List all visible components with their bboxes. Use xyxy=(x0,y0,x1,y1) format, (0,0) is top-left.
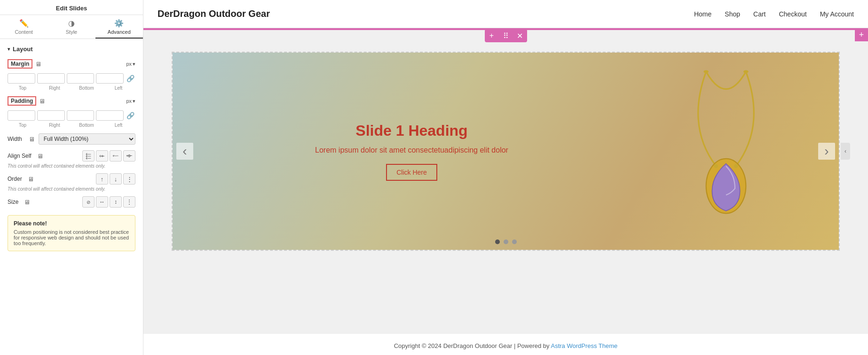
size-row: Size 🖥 ⊘ ↔ ↕ ⋮ xyxy=(8,196,135,208)
padding-field-row: Padding 🖥 px ▾ xyxy=(8,96,135,106)
slide-next-arrow[interactable]: › xyxy=(818,143,835,160)
padding-right-label: Right xyxy=(39,123,70,128)
padding-left-input[interactable]: 136 xyxy=(96,110,124,121)
width-select[interactable]: Full Width (100%) Auto Custom xyxy=(39,133,135,145)
order-row: Order 🖥 ↑ ↓ ⋮ xyxy=(8,173,135,185)
footer: Copyright © 2024 DerDragon Outdoor Gear … xyxy=(143,334,868,355)
tab-style[interactable]: ◑ Style xyxy=(47,15,95,39)
toolbar-close-btn[interactable]: ✕ xyxy=(513,29,527,42)
align-self-row: Align Self 🖥 ⬱ ⬰ ⬳ ⬲ xyxy=(8,150,135,162)
add-column-button[interactable]: + xyxy=(855,28,868,41)
margin-label[interactable]: Margin xyxy=(8,59,32,69)
tab-advanced-label: Advanced xyxy=(108,29,131,35)
margin-device-icon[interactable]: 🖥 xyxy=(35,61,41,68)
padding-right-input[interactable]: 136 xyxy=(37,110,65,121)
padding-top-input[interactable]: 136 xyxy=(8,110,35,121)
tab-advanced[interactable]: ⚙️ Advanced xyxy=(95,15,143,39)
order-more-btn[interactable]: ⋮ xyxy=(123,173,135,185)
size-device-icon[interactable]: 🖥 xyxy=(24,199,30,206)
padding-unit-text: px xyxy=(126,98,132,104)
slide-dot-1[interactable] xyxy=(495,239,500,244)
margin-bottom-label: Bottom xyxy=(71,85,102,91)
slide-cta-button[interactable]: Click Here xyxy=(386,164,437,181)
tab-style-label: Style xyxy=(66,29,77,35)
note-title: Please note! xyxy=(14,220,129,227)
left-panel: Edit Slides ✏️ Content ◑ Style ⚙️ Advanc… xyxy=(0,0,143,355)
nav-checkout[interactable]: Checkout xyxy=(779,10,806,18)
slide-dot-3[interactable] xyxy=(512,239,517,244)
layout-arrow: ▾ xyxy=(8,46,10,52)
size-label: Size xyxy=(8,199,18,205)
width-row: Width 🖥 Full Width (100%) Auto Custom xyxy=(8,133,135,145)
footer-link[interactable]: Astra WordPress Theme xyxy=(551,342,617,349)
style-icon: ◑ xyxy=(68,19,75,28)
svg-point-0 xyxy=(703,70,709,73)
margin-inputs: 4 4 4 4 🔗 xyxy=(8,73,135,84)
size-more-btn[interactable]: ⋮ xyxy=(123,196,135,208)
slide-dots xyxy=(495,239,517,244)
margin-unit[interactable]: px ▾ xyxy=(126,61,135,67)
note-box: Please note! Custom positioning is not c… xyxy=(8,215,135,251)
element-toolbar: + ⠿ ✕ xyxy=(485,29,527,42)
order-up-btn[interactable]: ↑ xyxy=(96,173,108,185)
padding-sub-labels: Top Right Bottom Left xyxy=(8,123,135,128)
align-self-center-btn[interactable]: ⬰ xyxy=(96,150,108,162)
align-self-left-btn[interactable]: ⬱ xyxy=(82,150,95,162)
slide-container: Slide 1 Heading Lorem ipsum dolor sit am… xyxy=(172,52,840,251)
margin-top-input[interactable]: 4 xyxy=(8,73,35,84)
panel-body: ▾ Layout Margin 🖥 px ▾ 4 4 4 4 🔗 Top Rig… xyxy=(0,39,143,355)
order-device-icon[interactable]: 🖥 xyxy=(28,176,34,183)
layout-label: Layout xyxy=(13,46,33,53)
padding-top-label: Top xyxy=(8,123,38,128)
align-self-label: Align Self xyxy=(8,153,32,159)
padding-bottom-input[interactable]: 136 xyxy=(67,110,95,121)
margin-link-icon[interactable]: 🔗 xyxy=(126,75,135,82)
size-width-btn[interactable]: ↔ xyxy=(96,196,108,208)
toolbar-add-btn[interactable]: + xyxy=(485,29,499,42)
margin-top-label: Top xyxy=(8,85,38,91)
svg-point-1 xyxy=(743,70,749,73)
margin-right-input[interactable]: 4 xyxy=(37,73,65,84)
margin-left-input[interactable]: 4 xyxy=(96,73,124,84)
tab-content[interactable]: ✏️ Content xyxy=(0,15,47,39)
slide-dot-2[interactable] xyxy=(504,239,508,244)
order-buttons: ↑ ↓ ⋮ xyxy=(96,173,135,185)
align-self-note: This control will affect contained eleme… xyxy=(8,163,135,169)
layout-section-title: ▾ Layout xyxy=(8,46,135,53)
padding-device-icon[interactable]: 🖥 xyxy=(39,98,45,105)
nav-links: Home Shop Cart Checkout My Account xyxy=(694,10,854,18)
collapse-handle[interactable]: ‹ xyxy=(841,143,850,160)
order-down-btn[interactable]: ↓ xyxy=(110,173,122,185)
margin-bottom-input[interactable]: 4 xyxy=(67,73,95,84)
tabs-row: ✏️ Content ◑ Style ⚙️ Advanced xyxy=(0,15,143,39)
slide-subtext: Lorem ipsum dolor sit amet consectetuadi… xyxy=(315,146,508,154)
svg-point-3 xyxy=(714,164,718,168)
slide-inner: Slide 1 Heading Lorem ipsum dolor sit am… xyxy=(173,53,839,250)
size-height-btn[interactable]: ↕ xyxy=(110,196,122,208)
padding-link-icon[interactable]: 🔗 xyxy=(126,112,135,119)
align-self-stretch-btn[interactable]: ⬲ xyxy=(123,150,135,162)
nav-home[interactable]: Home xyxy=(694,10,711,18)
note-body: Custom positioning is not considered bes… xyxy=(14,229,129,246)
padding-unit[interactable]: px ▾ xyxy=(126,98,135,104)
size-none-btn[interactable]: ⊘ xyxy=(82,196,95,208)
svg-point-4 xyxy=(734,164,738,168)
width-device-icon[interactable]: 🖥 xyxy=(29,136,35,143)
site-title: DerDragon Outdoor Gear xyxy=(158,8,270,19)
align-self-right-btn[interactable]: ⬳ xyxy=(110,150,122,162)
toolbar-move-btn[interactable]: ⠿ xyxy=(499,29,513,42)
margin-sub-labels: Top Right Bottom Left xyxy=(8,85,135,91)
margin-right-label: Right xyxy=(39,85,70,91)
slide-prev-arrow[interactable]: ‹ xyxy=(176,143,193,160)
padding-label[interactable]: Padding xyxy=(8,96,36,106)
margin-unit-chevron: ▾ xyxy=(133,61,135,67)
nav-shop[interactable]: Shop xyxy=(725,10,740,18)
top-nav: DerDragon Outdoor Gear Home Shop Cart Ch… xyxy=(143,0,868,28)
order-note: This control will affect contained eleme… xyxy=(8,186,135,192)
nav-myaccount[interactable]: My Account xyxy=(820,10,854,18)
align-self-device-icon[interactable]: 🖥 xyxy=(37,153,43,160)
necklace-decoration xyxy=(670,67,782,236)
width-label: Width xyxy=(8,136,22,142)
nav-cart[interactable]: Cart xyxy=(753,10,765,18)
padding-bottom-label: Bottom xyxy=(71,123,102,128)
